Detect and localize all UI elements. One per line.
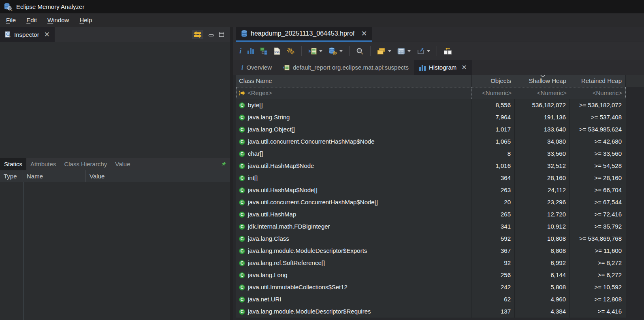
- table-row[interactable]: C java.lang.ref.SoftReference[] 92 6,992…: [236, 257, 626, 269]
- subtab-attributes[interactable]: Attributes: [26, 158, 60, 170]
- table-row[interactable]: C byte[] 8,556 536,182,072 >= 536,182,07…: [236, 99, 626, 111]
- table-row[interactable]: C java.util.concurrent.ConcurrentHashMap…: [236, 136, 626, 148]
- close-icon[interactable]: ✕: [461, 64, 467, 71]
- minimize-icon[interactable]: [209, 34, 214, 36]
- table-row[interactable]: C char[] 8 33,560 >= 33,560: [236, 148, 626, 160]
- table-row[interactable]: C java.lang.Long 256 6,144 >= 6,272: [236, 269, 626, 281]
- subtab-class-hierarchy[interactable]: Class Hierarchy: [60, 158, 111, 170]
- toolbar-separator: [437, 46, 437, 56]
- menu-window[interactable]: Window: [42, 13, 74, 27]
- search-icon[interactable]: [354, 46, 365, 56]
- tab-heapdump[interactable]: heapdump_20251113_064453.hprof ✕: [236, 27, 372, 42]
- table-row[interactable]: C java.util.HashMap$Node[] 263 24,112 >=…: [236, 184, 626, 196]
- subtab-statics[interactable]: Statics: [0, 158, 26, 170]
- chevron-down-icon[interactable]: [319, 50, 322, 52]
- calculator-icon[interactable]: [396, 47, 412, 56]
- info-icon[interactable]: i: [238, 46, 243, 56]
- shallow-heap-cell: 6,144: [515, 269, 570, 281]
- table-row[interactable]: C java.net.URI 62 4,960 >= 12,808: [236, 293, 626, 305]
- retained-heap-cell: >= 6,272: [570, 269, 625, 281]
- column-header-type[interactable]: Type: [0, 170, 23, 182]
- chevron-down-icon[interactable]: [388, 50, 391, 52]
- dominator-tree-icon[interactable]: [258, 46, 269, 56]
- column-header-class-name[interactable]: Class Name: [236, 75, 472, 87]
- histogram-rows: C byte[] 8,556 536,182,072 >= 536,182,07…: [236, 99, 626, 318]
- menu-help[interactable]: Help: [74, 13, 97, 27]
- shallow-heap-cell: 133,640: [515, 123, 570, 136]
- class-icon: C: [239, 260, 245, 266]
- chevron-down-icon[interactable]: [339, 50, 343, 52]
- histogram-header: Class Name Objects Shallow Heap Retained…: [236, 75, 644, 87]
- table-row[interactable]: C java.lang.Object[] 1,017 133,640 >= 53…: [236, 123, 626, 136]
- table-row[interactable]: C java.lang.module.ModuleDescriptor$Expo…: [236, 245, 626, 257]
- table-row[interactable]: C int[] 364 28,160 >= 28,160: [236, 172, 626, 184]
- retained-heap-cell: >= 42,680: [570, 136, 625, 148]
- numeric-filter-shallow[interactable]: <Numeric>: [515, 87, 570, 99]
- chevron-down-icon[interactable]: [407, 50, 411, 52]
- menu-file[interactable]: File: [1, 13, 21, 27]
- tab-default-report[interactable]: default_report org.eclipse.mat.api:suspe…: [277, 60, 414, 75]
- panel-sash[interactable]: [230, 27, 233, 320]
- table-row[interactable]: C java.util.HashMap$Node 1,016 32,512 >=…: [236, 160, 626, 172]
- table-row[interactable]: C java.util.HashMap 265 12,720 >= 72,416: [236, 208, 626, 220]
- retained-heap-cell: >= 8,272: [570, 257, 625, 269]
- subtab-value[interactable]: Value: [111, 158, 134, 170]
- column-header-shallow-heap[interactable]: Shallow Heap: [515, 75, 570, 87]
- class-name-cell: C java.lang.Class: [236, 233, 471, 245]
- histogram-filter-row: <Regex> <Numeric> <Numeric> <Numeric>: [236, 87, 626, 99]
- objects-cell: 341: [471, 220, 515, 233]
- maximize-icon[interactable]: [219, 32, 224, 37]
- table-row[interactable]: C java.util.ImmutableCollections$Set12 2…: [236, 281, 626, 293]
- numeric-filter-objects[interactable]: <Numeric>: [471, 87, 515, 99]
- thread-overview-icon[interactable]: [285, 46, 296, 56]
- table-row[interactable]: C java.lang.Class 592 10,808 >= 534,869,…: [236, 233, 626, 245]
- chevron-down-icon[interactable]: [427, 50, 430, 52]
- column-header-retained-heap[interactable]: Retained Heap: [570, 75, 626, 87]
- query-browser-icon[interactable]: [307, 47, 324, 56]
- class-name-cell: C int[]: [236, 172, 471, 184]
- tab-overview[interactable]: i Overview: [236, 60, 277, 75]
- column-divider: [86, 182, 86, 320]
- tab-histogram[interactable]: Histogram ✕: [414, 60, 472, 75]
- export-icon[interactable]: [415, 46, 432, 56]
- pin-icon[interactable]: [221, 158, 230, 170]
- column-header-value[interactable]: Value: [86, 170, 230, 182]
- inspector-tab-bar: Inspector ✕: [0, 27, 230, 42]
- histogram-icon[interactable]: [246, 47, 256, 55]
- toolbar-separator: [349, 46, 350, 56]
- table-row[interactable]: C java.lang.String 7,964 191,136 >= 537,…: [236, 111, 626, 123]
- class-name-cell: C char[]: [236, 148, 471, 160]
- link-with-snapshot-button[interactable]: [192, 30, 203, 39]
- oql-icon[interactable]: OQL: [272, 46, 282, 56]
- tab-inspector[interactable]: Inspector ✕: [0, 27, 55, 42]
- table-row[interactable]: C java.util.concurrent.ConcurrentHashMap…: [236, 196, 626, 208]
- compare-tables-icon[interactable]: [442, 46, 454, 56]
- close-icon[interactable]: ✕: [361, 29, 367, 38]
- objects-cell: 8: [471, 148, 515, 160]
- retained-heap-cell: >= 10,592: [570, 281, 625, 293]
- column-header-objects[interactable]: Objects: [472, 75, 515, 87]
- tab-overview-label: Overview: [246, 64, 272, 71]
- objects-cell: 1,016: [471, 160, 515, 172]
- column-header-name[interactable]: Name: [23, 170, 86, 182]
- retained-heap-cell: >= 11,600: [570, 245, 625, 257]
- objects-cell: 263: [471, 184, 515, 196]
- shallow-heap-cell: 10,912: [515, 220, 570, 233]
- class-icon: C: [239, 212, 245, 218]
- inspector-subtab-bar: Statics Attributes Class Hierarchy Value: [0, 158, 230, 170]
- table-row[interactable]: C java.lang.module.ModuleDescriptor$Requ…: [236, 305, 626, 318]
- group-by-icon[interactable]: [375, 47, 393, 56]
- numeric-filter-retained[interactable]: <Numeric>: [570, 87, 625, 99]
- shallow-heap-cell: 28,160: [515, 172, 570, 184]
- menu-edit[interactable]: Edit: [21, 13, 42, 27]
- regex-filter-input[interactable]: <Regex>: [237, 87, 471, 99]
- table-row[interactable]: C jdk.internal.math.FDBigInteger 341 10,…: [236, 220, 626, 233]
- retained-heap-cell: >= 534,869,768: [570, 233, 625, 245]
- heap-dump-actions-icon[interactable]: [327, 46, 344, 56]
- close-icon[interactable]: ✕: [44, 30, 50, 39]
- class-icon: C: [239, 309, 245, 315]
- class-icon: C: [239, 272, 245, 278]
- objects-cell: 256: [471, 269, 515, 281]
- objects-cell: 367: [471, 245, 515, 257]
- class-icon: C: [239, 224, 245, 230]
